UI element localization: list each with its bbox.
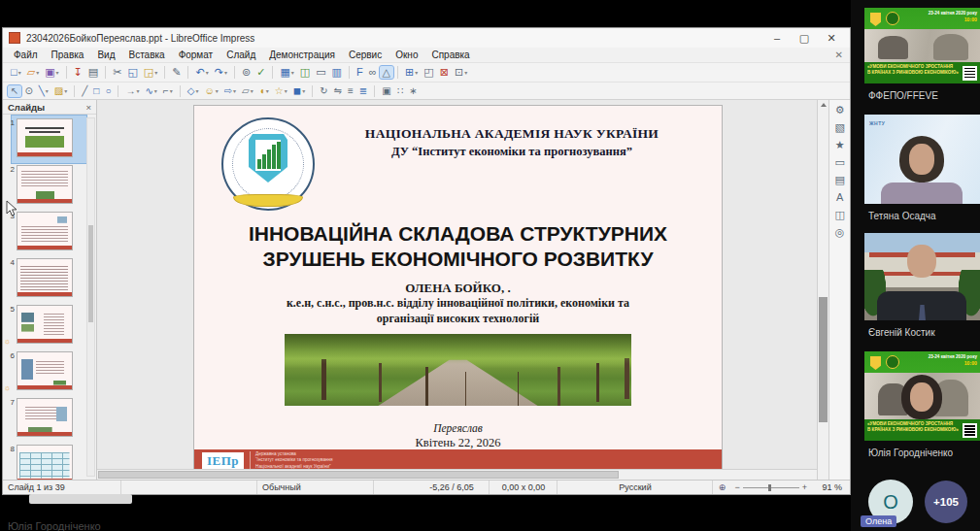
- zoom-out-icon[interactable]: −: [734, 482, 739, 492]
- vertical-scrollbar[interactable]: [817, 100, 828, 480]
- menu-format[interactable]: Формат: [172, 50, 220, 60]
- slide-layout-button[interactable]: ⊡: [452, 66, 470, 79]
- stars-tool[interactable]: ☆: [272, 85, 290, 97]
- slides-panel-scrollbar[interactable]: [86, 117, 95, 477]
- new-slide-button[interactable]: ⊞: [397, 66, 421, 79]
- 3d-objects-tool[interactable]: ◼: [290, 85, 308, 97]
- new-document-button[interactable]: □: [8, 66, 24, 79]
- slide-thumbnail-2[interactable]: [17, 165, 73, 204]
- menu-view[interactable]: Вид: [90, 50, 121, 60]
- open-document-button[interactable]: ▱: [24, 66, 42, 79]
- points-tool[interactable]: ∷: [394, 85, 406, 97]
- line-color-tool[interactable]: ╲: [36, 85, 51, 97]
- select-tool[interactable]: ↖: [8, 85, 21, 97]
- menu-tools[interactable]: Сервис: [342, 50, 389, 60]
- zoom-tool[interactable]: ⊙: [21, 85, 35, 97]
- menu-insert[interactable]: Вставка: [121, 50, 171, 60]
- scrollbar-thumb[interactable]: [88, 225, 93, 321]
- clone-formatting-button[interactable]: ✎: [164, 66, 184, 79]
- insert-fontwork-button[interactable]: F: [349, 66, 366, 79]
- shadow-tool[interactable]: ▣: [374, 85, 393, 97]
- participant-tile-horodnichenko[interactable]: 23-24 квітня 2020 року 10:00 «УМОВИ ЕКОН…: [864, 351, 980, 464]
- print-button[interactable]: ▤: [85, 66, 101, 79]
- menu-edit[interactable]: Правка: [45, 50, 91, 60]
- participant-tile-kostyk[interactable]: Євгеній Костик: [864, 233, 980, 344]
- glue-points-tool[interactable]: ∗: [406, 85, 420, 97]
- zoom-slider-handle[interactable]: [768, 484, 771, 491]
- gallery-tab[interactable]: ▤: [834, 175, 844, 185]
- duplicate-slide-button[interactable]: ◰: [421, 66, 436, 79]
- zoom-slider[interactable]: − +: [730, 482, 811, 492]
- animation-tab[interactable]: ★: [835, 140, 845, 150]
- navigator-tab[interactable]: ◎: [835, 227, 845, 238]
- flip-tool[interactable]: ⇋: [331, 85, 345, 97]
- participant-tile-ffepo[interactable]: 23-24 квітня 2020 року 10:00 «УМОВИ ЕКОН…: [864, 8, 980, 107]
- export-pdf-button[interactable]: ↧: [66, 66, 85, 79]
- slide-thumbnail-6[interactable]: [17, 351, 73, 390]
- insert-table-button[interactable]: ▦: [272, 66, 296, 79]
- paste-button[interactable]: ◲: [141, 66, 160, 79]
- delete-slide-button[interactable]: ⊠: [437, 66, 452, 79]
- status-language[interactable]: Русский: [558, 481, 713, 494]
- find-replace-button[interactable]: ⊚: [234, 66, 253, 79]
- close-document-button[interactable]: ✕: [835, 50, 846, 60]
- scrollbar-thumb[interactable]: [98, 471, 619, 479]
- ellipse-tool[interactable]: ○: [102, 85, 114, 97]
- styles-tab[interactable]: A: [836, 192, 843, 203]
- copy-button[interactable]: ◱: [124, 66, 140, 79]
- cut-button[interactable]: ✂: [105, 66, 124, 79]
- slide-transition-tab[interactable]: ▧: [834, 122, 844, 133]
- menu-slide[interactable]: Слайд: [220, 50, 262, 60]
- align-tool[interactable]: ≡: [345, 85, 356, 97]
- slide-thumbnail-3[interactable]: [17, 212, 73, 250]
- rectangle-tool[interactable]: □: [90, 85, 102, 97]
- fill-color-tool[interactable]: ▨: [51, 85, 70, 97]
- horizontal-scrollbar[interactable]: [97, 469, 817, 480]
- scrollbar-thumb[interactable]: [819, 297, 828, 422]
- slide-thumbnail-1[interactable]: [17, 118, 73, 157]
- insert-hyperlink-button[interactable]: ∞: [366, 66, 380, 79]
- menu-window[interactable]: Окно: [389, 50, 424, 60]
- spelling-button[interactable]: ✓: [253, 66, 268, 79]
- images-tab[interactable]: ◫: [834, 210, 844, 220]
- connector-tool[interactable]: ⌐: [160, 85, 176, 97]
- slide-thumbnail-8[interactable]: [17, 445, 73, 480]
- zoom-percentage[interactable]: 91 %: [811, 481, 850, 494]
- curve-tool[interactable]: ∿: [142, 85, 159, 97]
- zoom-slider-track[interactable]: [743, 487, 799, 488]
- properties-tab[interactable]: ⚙: [835, 105, 845, 116]
- insert-text-box-button[interactable]: ▭: [313, 66, 328, 79]
- minimize-button[interactable]: –: [766, 32, 788, 44]
- flowchart-tool[interactable]: ▱: [239, 85, 256, 97]
- basic-shapes-tool[interactable]: ◇: [180, 85, 202, 97]
- save-button[interactable]: ▣: [42, 66, 61, 79]
- slide-canvas[interactable]: НАЦІОНАЛЬНА АКАДЕМІЯ НАУК УКРАЇНИ ДУ “Ін…: [194, 106, 722, 472]
- lines-arrows-tool[interactable]: →: [118, 85, 142, 97]
- maximize-button[interactable]: ▢: [794, 32, 815, 45]
- rotate-tool[interactable]: ↻: [312, 85, 330, 97]
- menu-help[interactable]: Справка: [424, 50, 476, 60]
- close-button[interactable]: ✕: [821, 32, 842, 45]
- insert-image-button[interactable]: ◫: [297, 66, 313, 79]
- participant-tile-osadcha[interactable]: ЖНТУ Тетяна Осадча: [864, 115, 980, 227]
- slide-thumbnail-7[interactable]: [17, 398, 73, 437]
- redo-button[interactable]: ↷: [212, 66, 230, 79]
- slides-panel-close-icon[interactable]: ×: [85, 102, 91, 113]
- menu-slideshow[interactable]: Демонстрация: [262, 50, 342, 60]
- status-layout[interactable]: Обычный: [257, 481, 374, 494]
- slide-thumbnail-5[interactable]: [17, 305, 73, 344]
- arrange-tool[interactable]: ≣: [356, 85, 370, 97]
- symbol-shapes-tool[interactable]: ☺: [201, 85, 220, 97]
- master-slides-tab[interactable]: ▭: [834, 157, 844, 168]
- slide-thumbnail-4[interactable]: [17, 258, 73, 297]
- menu-file[interactable]: Файл: [7, 50, 45, 60]
- callouts-tool[interactable]: ◖: [256, 85, 272, 97]
- more-participants-badge[interactable]: +105: [925, 481, 967, 523]
- line-tool[interactable]: ╱: [74, 85, 90, 97]
- zoom-in-icon[interactable]: +: [802, 482, 807, 492]
- block-arrows-tool[interactable]: ⇨: [221, 85, 239, 97]
- fit-slide-icon[interactable]: ⊕: [713, 481, 730, 494]
- undo-button[interactable]: ↶: [187, 66, 211, 79]
- insert-chart-button[interactable]: ▥: [329, 66, 345, 79]
- show-draw-functions-button[interactable]: △: [380, 66, 393, 79]
